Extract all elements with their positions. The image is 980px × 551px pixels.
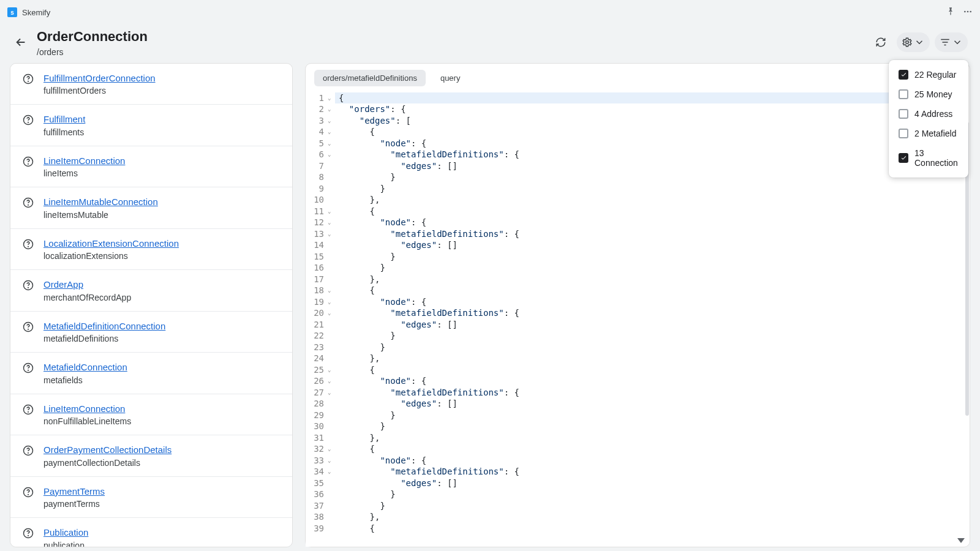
code-line[interactable]: } xyxy=(339,500,966,512)
help-icon[interactable] xyxy=(23,320,34,334)
code-line[interactable]: }, xyxy=(339,274,966,285)
field-row[interactable]: PaymentTermspaymentTerms xyxy=(10,477,292,519)
fold-toggle[interactable]: ⌄ xyxy=(328,103,335,115)
fold-toggle[interactable]: ⌄ xyxy=(328,149,335,160)
help-icon[interactable] xyxy=(23,155,34,169)
code-line[interactable]: } xyxy=(339,171,966,183)
refresh-button[interactable] xyxy=(870,32,892,52)
code-line[interactable]: "edges": [] xyxy=(339,478,966,489)
code-line[interactable]: } xyxy=(339,342,966,353)
scrollbar-expand-icon[interactable] xyxy=(957,538,965,543)
code-line[interactable]: "edges": [] xyxy=(339,239,966,251)
fold-toggle[interactable]: ⌄ xyxy=(328,296,335,308)
code-line[interactable]: "node": { xyxy=(339,217,966,228)
code-line[interactable]: { xyxy=(339,206,966,217)
filter-item[interactable]: 25 Money xyxy=(891,84,966,104)
checkbox-icon[interactable] xyxy=(899,129,908,138)
code-line[interactable]: "orders": { xyxy=(339,103,966,115)
help-icon[interactable] xyxy=(23,485,34,500)
fold-toggle[interactable]: ⌄ xyxy=(328,115,335,127)
code-line[interactable]: "metafieldDefinitions": { xyxy=(339,307,966,319)
field-type-link[interactable]: MetafieldConnection xyxy=(43,361,127,373)
field-type-link[interactable]: LineItemMutableConnection xyxy=(43,196,158,208)
checkbox-icon[interactable] xyxy=(899,109,908,119)
more-icon[interactable] xyxy=(963,7,973,18)
fold-toggle[interactable]: ⌄ xyxy=(328,307,335,319)
checkbox-icon[interactable] xyxy=(899,89,908,99)
fold-toggle[interactable]: ⌄ xyxy=(328,387,335,399)
fold-toggle[interactable]: ⌄ xyxy=(328,443,335,455)
field-type-link[interactable]: PaymentTerms xyxy=(43,485,105,498)
fold-toggle[interactable]: ⌄ xyxy=(328,455,335,467)
code-line[interactable]: "metafieldDefinitions": { xyxy=(339,228,966,240)
pin-icon[interactable] xyxy=(946,7,956,18)
code-editor[interactable]: 1234567891011121314151617181920212223242… xyxy=(306,91,970,547)
fold-toggle[interactable]: ⌄ xyxy=(328,466,335,478)
code-line[interactable]: "metafieldDefinitions": { xyxy=(339,466,966,478)
help-icon[interactable] xyxy=(23,113,34,127)
fold-toggle[interactable]: ⌄ xyxy=(328,364,335,376)
tab[interactable]: orders/metafieldDefinitions xyxy=(314,70,426,86)
filter-item[interactable]: 22 Regular xyxy=(891,65,966,84)
code-line[interactable]: }, xyxy=(339,353,966,364)
code-line[interactable]: }, xyxy=(339,432,966,444)
code-line[interactable]: "metafieldDefinitions": { xyxy=(339,387,966,399)
fold-toggle[interactable]: ⌄ xyxy=(328,285,335,296)
fold-toggle[interactable]: ⌄ xyxy=(328,375,335,387)
code-line[interactable]: } xyxy=(339,421,966,432)
code-line[interactable]: } xyxy=(339,410,966,421)
code-line[interactable]: { xyxy=(339,523,966,534)
fold-toggle[interactable]: ⌄ xyxy=(328,228,335,240)
field-type-link[interactable]: LineItemConnection xyxy=(43,155,125,167)
code-line[interactable]: "metafieldDefinitions": { xyxy=(339,149,966,160)
field-type-link[interactable]: OrderApp xyxy=(43,279,131,291)
filter-item[interactable]: 2 Metafield xyxy=(891,124,966,143)
code-line[interactable]: } xyxy=(339,262,966,274)
filter-item[interactable]: 4 Address xyxy=(891,104,966,124)
field-row[interactable]: LineItemConnectionlineItems xyxy=(10,146,292,188)
fold-toggle[interactable]: ⌄ xyxy=(328,92,335,104)
field-type-link[interactable]: LineItemConnection xyxy=(43,403,131,415)
help-icon[interactable] xyxy=(23,279,34,293)
help-icon[interactable] xyxy=(23,403,34,417)
code-line[interactable]: { xyxy=(339,364,966,376)
field-row[interactable]: OrderAppmerchantOfRecordApp xyxy=(10,270,292,312)
code-line[interactable]: } xyxy=(339,183,966,195)
code-line[interactable]: "node": { xyxy=(339,375,966,387)
back-button[interactable] xyxy=(13,35,28,50)
code-line[interactable]: "node": { xyxy=(339,455,966,467)
code-line[interactable]: { xyxy=(339,285,966,296)
field-row[interactable]: FulfillmentOrderConnectionfulfillmentOrd… xyxy=(10,64,292,105)
field-type-link[interactable]: LocalizationExtensionConnection xyxy=(43,238,179,250)
fold-toggle[interactable]: ⌄ xyxy=(328,126,335,138)
code-line[interactable]: { xyxy=(339,126,966,138)
code-line[interactable]: } xyxy=(339,330,966,342)
field-row[interactable]: LineItemConnectionnonFulfillableLineItem… xyxy=(10,394,292,436)
code-line[interactable]: "node": { xyxy=(339,138,966,149)
filter-item[interactable]: 13 Connection xyxy=(891,143,966,173)
code-line[interactable]: { xyxy=(335,92,966,104)
code-line[interactable]: "edges": [] xyxy=(339,319,966,331)
help-icon[interactable] xyxy=(23,196,34,210)
field-row[interactable]: LineItemMutableConnectionlineItemsMutabl… xyxy=(10,187,292,229)
help-icon[interactable] xyxy=(23,72,34,86)
filter-button[interactable] xyxy=(935,32,968,52)
help-icon[interactable] xyxy=(23,527,34,541)
fields-list[interactable]: FulfillmentOrderConnectionfulfillmentOrd… xyxy=(10,63,293,547)
code-line[interactable]: }, xyxy=(339,511,966,523)
settings-button[interactable] xyxy=(897,32,930,52)
field-row[interactable]: Publicationpublication xyxy=(10,518,292,547)
code-line[interactable]: "node": { xyxy=(339,296,966,308)
field-type-link[interactable]: Fulfillment xyxy=(43,113,85,126)
field-row[interactable]: MetafieldDefinitionConnectionmetafieldDe… xyxy=(10,312,292,353)
checkbox-icon[interactable] xyxy=(899,153,908,163)
field-type-link[interactable]: Publication xyxy=(43,527,88,539)
field-type-link[interactable]: MetafieldDefinitionConnection xyxy=(43,320,165,332)
help-icon[interactable] xyxy=(23,444,34,458)
code-line[interactable]: "edges": [ xyxy=(339,115,966,127)
field-row[interactable]: MetafieldConnectionmetafields xyxy=(10,353,292,394)
fold-toggle[interactable]: ⌄ xyxy=(328,206,335,217)
code-line[interactable]: } xyxy=(339,489,966,500)
fold-toggle[interactable]: ⌄ xyxy=(328,217,335,228)
field-type-link[interactable]: FulfillmentOrderConnection xyxy=(43,72,156,84)
